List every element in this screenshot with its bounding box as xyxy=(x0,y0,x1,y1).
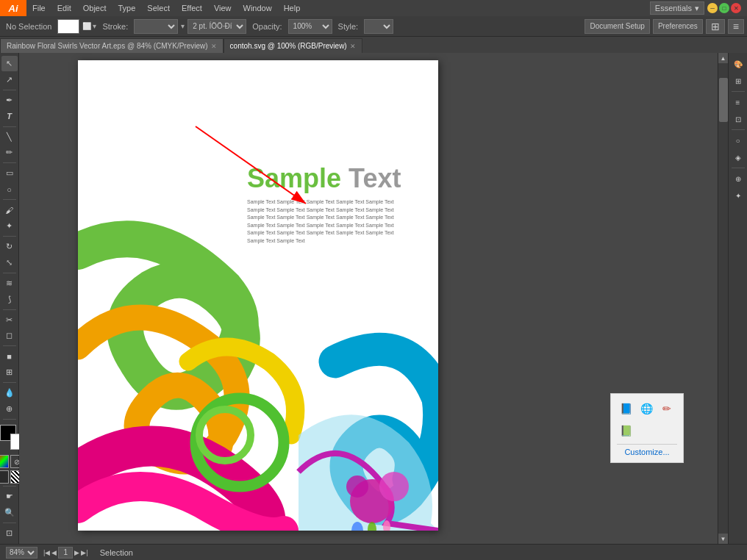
canvas-area[interactable]: Sample Text Sample Text Sample Text Samp… xyxy=(19,53,728,544)
tool-artboard[interactable]: ⊡ xyxy=(1,525,18,541)
toolbar-left: ↖ ↗ ✒ T ╲ ✏ ▭ ○ 🖌 ✦ ↻ ⤡ ≋ ⟆ ✂ ◻ ■ ⊞ 💧 ⊕ … xyxy=(0,53,19,544)
window-minimize-button[interactable]: ─ xyxy=(707,3,718,13)
sample-heading: Sample Text xyxy=(247,163,431,194)
scroll-down-button[interactable]: ▼ xyxy=(718,534,729,544)
tool-rect[interactable]: ▭ xyxy=(1,165,18,181)
tool-rotate[interactable]: ↻ xyxy=(1,239,18,254)
tab-contoh-close-icon[interactable]: ✕ xyxy=(350,43,356,50)
tool-separator-11 xyxy=(3,486,16,487)
tool-eraser[interactable]: ◻ xyxy=(1,329,18,344)
panel-symbols[interactable]: ✦ xyxy=(730,187,746,204)
color-icon[interactable] xyxy=(0,455,9,468)
menu-help[interactable]: Help xyxy=(278,0,307,16)
panel-align[interactable]: ≡ xyxy=(730,94,746,110)
scroll-up-button[interactable]: ▲ xyxy=(718,53,729,63)
menu-object[interactable]: Object xyxy=(77,0,112,16)
tool-mesh[interactable]: ⊞ xyxy=(1,365,18,380)
menu-edit[interactable]: Edit xyxy=(51,0,77,16)
panel-libraries[interactable]: ⊞ xyxy=(730,73,746,89)
tool-pencil[interactable]: ✏ xyxy=(1,146,18,161)
main-area: ↖ ↗ ✒ T ╲ ✏ ▭ ○ 🖌 ✦ ↻ ⤡ ≋ ⟆ ✂ ◻ ■ ⊞ 💧 ⊕ … xyxy=(0,53,747,544)
tab-contoh[interactable]: contoh.svg @ 100% (RGB/Preview) ✕ xyxy=(224,38,362,53)
stroke-arrow-icon: ▾ xyxy=(93,22,96,30)
tool-eyedropper[interactable]: 💧 xyxy=(1,385,18,401)
tool-line[interactable]: ╲ xyxy=(1,129,18,145)
tool-type[interactable]: T xyxy=(1,109,18,124)
right-sep-1 xyxy=(732,91,745,92)
page-next-button[interactable]: ▶ xyxy=(74,549,79,556)
tool-separator-2 xyxy=(3,126,16,127)
menu-effect[interactable]: Effect xyxy=(176,0,208,16)
scroll-track[interactable] xyxy=(718,63,729,534)
tool-separator-5 xyxy=(3,236,16,237)
page-first-button[interactable]: |◀ xyxy=(43,549,50,556)
tool-separator-12 xyxy=(3,523,16,523)
artboard: Sample Text Sample Text Sample Text Samp… xyxy=(78,60,438,531)
zoom-control[interactable]: 84% xyxy=(6,547,37,559)
tool-scissors[interactable]: ✂ xyxy=(1,312,18,328)
panel-layers[interactable]: ⊕ xyxy=(730,170,746,187)
popup-icons-row2: 📗 xyxy=(617,422,677,439)
arrange-button[interactable]: ≡ xyxy=(728,19,744,34)
floral-svg xyxy=(78,215,438,531)
popup-icon-web[interactable]: 🌐 xyxy=(637,400,655,417)
preferences-button[interactable]: Preferences xyxy=(653,19,703,34)
menu-select[interactable]: Select xyxy=(141,0,176,16)
vertical-scrollbar[interactable]: ▲ ▼ xyxy=(718,53,728,544)
tool-separator-6 xyxy=(3,273,16,273)
window-maximize-button[interactable]: □ xyxy=(719,3,729,13)
tool-warp[interactable]: ≋ xyxy=(1,276,18,291)
workspace-icon-button[interactable]: ⊞ xyxy=(706,19,725,34)
tool-direct-select[interactable]: ↗ xyxy=(1,72,18,87)
canvas-scroll: Sample Text Sample Text Sample Text Samp… xyxy=(19,53,728,544)
window-close-button[interactable]: ✕ xyxy=(731,3,741,13)
tool-measure[interactable]: ⊕ xyxy=(1,401,18,417)
tool-scale[interactable]: ⤡ xyxy=(1,255,18,270)
popup-icon-excel[interactable]: 📗 xyxy=(617,422,635,439)
panel-stroke[interactable]: ○ xyxy=(730,132,746,148)
tool-zoom[interactable]: 🔍 xyxy=(1,505,18,520)
tool-blob[interactable]: ✦ xyxy=(1,218,18,234)
menu-view[interactable]: View xyxy=(208,0,237,16)
tool-select[interactable]: ↖ xyxy=(1,56,18,71)
tool-separator-8 xyxy=(3,345,16,346)
tool-blend[interactable]: ⟆ xyxy=(1,292,18,307)
style-select[interactable] xyxy=(364,19,393,34)
toolbar-right: 🎨 ⊞ ≡ ⊡ ○ ◈ ⊕ ✦ xyxy=(728,53,747,544)
popup-icon-pen[interactable]: ✏ xyxy=(658,400,676,417)
panel-appearance[interactable]: ◈ xyxy=(730,149,746,165)
stroke-width-select[interactable]: 2 pt. ÍÖÖ·Ðí xyxy=(187,19,246,34)
tool-separator-1 xyxy=(3,90,16,90)
zoom-select[interactable]: 84% xyxy=(6,547,37,559)
screen-mode-icon[interactable] xyxy=(0,470,9,484)
tool-pen[interactable]: ✒ xyxy=(1,93,18,108)
tool-hand[interactable]: ☛ xyxy=(1,489,18,504)
page-navigation: |◀ ◀ ▶ ▶| xyxy=(43,547,88,559)
customize-button[interactable]: Customize... xyxy=(617,448,677,456)
document-setup-button[interactable]: Document Setup xyxy=(585,19,650,34)
page-last-button[interactable]: ▶| xyxy=(81,549,87,556)
tool-paintbrush[interactable]: 🖌 xyxy=(1,202,18,218)
fill-color-swatch[interactable] xyxy=(57,19,79,34)
menu-file[interactable]: File xyxy=(26,0,51,16)
tool-gradient[interactable]: ■ xyxy=(1,348,18,364)
popup-menu: 📘 🌐 ✏ 📗 Customize... xyxy=(610,393,684,463)
page-prev-button[interactable]: ◀ xyxy=(51,549,57,556)
tab-floral-close-icon[interactable]: ✕ xyxy=(211,43,217,50)
status-selection-text: Selection xyxy=(100,548,133,557)
tool-separator-10 xyxy=(3,419,16,420)
page-input[interactable] xyxy=(58,547,73,559)
style-label: Style: xyxy=(335,22,362,31)
popup-separator xyxy=(617,444,677,445)
panel-colorwheel[interactable]: 🎨 xyxy=(730,56,746,72)
panel-transform[interactable]: ⊡ xyxy=(730,111,746,127)
stroke-select[interactable] xyxy=(134,19,178,34)
tab-floral[interactable]: Rainbow Floral Swirls Vector Art.eps @ 8… xyxy=(0,38,224,53)
menu-type[interactable]: Type xyxy=(112,0,142,16)
tool-ellipse[interactable]: ○ xyxy=(1,182,18,197)
opacity-select[interactable]: 100% xyxy=(288,19,332,34)
essentials-button[interactable]: Essentials ▾ xyxy=(650,1,704,15)
menu-window[interactable]: Window xyxy=(237,0,278,16)
popup-icon-word[interactable]: 📘 xyxy=(617,400,635,417)
scroll-thumb[interactable] xyxy=(719,78,728,122)
